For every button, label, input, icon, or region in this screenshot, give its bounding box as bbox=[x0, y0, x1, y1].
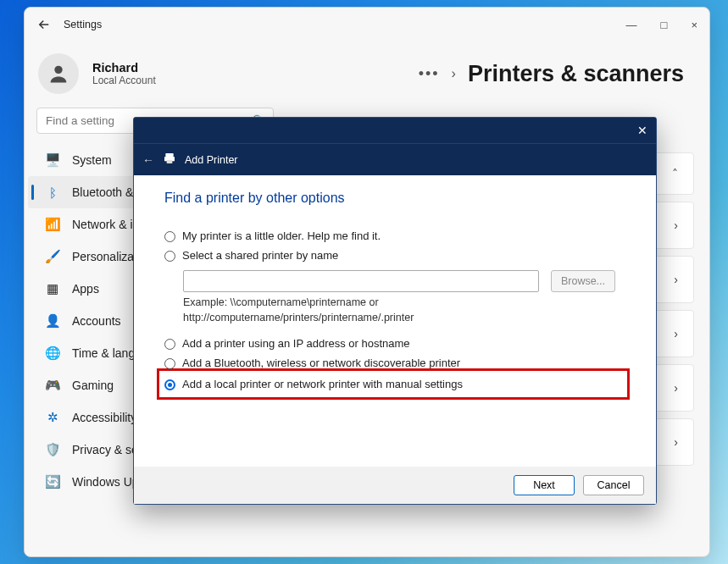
sidebar-icon: 🎮 bbox=[45, 378, 60, 393]
breadcrumb-more-icon[interactable]: ••• bbox=[419, 65, 440, 83]
dialog-header: ← Add Printer bbox=[134, 143, 656, 175]
chevron-right-icon: › bbox=[674, 273, 678, 286]
dialog-title: Add Printer bbox=[185, 154, 238, 166]
sidebar-item-label: System bbox=[72, 153, 112, 167]
sidebar-icon: 📶 bbox=[45, 217, 60, 232]
app-name: Settings bbox=[64, 19, 102, 30]
chevron-up-icon: ˄ bbox=[672, 167, 678, 180]
printer-option-1[interactable]: Select a shared printer by name bbox=[164, 246, 625, 265]
cancel-button[interactable]: Cancel bbox=[583, 475, 644, 495]
window-controls: — □ × bbox=[626, 19, 697, 31]
sidebar-icon: ✲ bbox=[45, 410, 60, 425]
radio-icon[interactable] bbox=[164, 379, 175, 390]
printer-icon bbox=[163, 152, 176, 168]
sidebar-item-label: Apps bbox=[72, 282, 99, 296]
add-printer-dialog: ✕ ← Add Printer Find a printer by other … bbox=[133, 117, 657, 505]
user-subtitle: Local Account bbox=[92, 75, 156, 86]
shared-printer-input[interactable] bbox=[183, 270, 539, 292]
sidebar-icon: ᛒ bbox=[45, 185, 60, 200]
chevron-right-icon: › bbox=[674, 218, 678, 232]
sidebar-item-label: Accounts bbox=[72, 314, 121, 328]
svg-rect-1 bbox=[165, 153, 173, 157]
chevron-right-icon: › bbox=[674, 435, 678, 449]
sidebar-item-label: Network & i bbox=[72, 218, 133, 231]
printer-option-4[interactable]: Add a local printer or network printer w… bbox=[161, 373, 625, 395]
chevron-right-icon: › bbox=[674, 381, 678, 395]
close-icon[interactable]: ✕ bbox=[637, 124, 647, 137]
option-label: My printer is a little older. Help me fi… bbox=[182, 229, 381, 242]
sidebar-item-label: Privacy & se bbox=[72, 443, 138, 456]
user-block: Richard Local Account bbox=[92, 61, 156, 86]
sidebar-icon: 🌐 bbox=[45, 346, 60, 361]
sidebar-icon: 🖥️ bbox=[45, 152, 60, 168]
example-text: Example: \\computername\printername or h… bbox=[183, 296, 547, 325]
maximize-button[interactable]: □ bbox=[661, 19, 668, 31]
dialog-heading: Find a printer by other options bbox=[164, 191, 625, 206]
sidebar-icon: 🔄 bbox=[45, 474, 60, 489]
sidebar-item-label: Gaming bbox=[72, 379, 114, 392]
back-icon[interactable] bbox=[36, 17, 52, 32]
sidebar-icon: ▦ bbox=[45, 281, 60, 296]
close-window-button[interactable]: × bbox=[691, 19, 697, 31]
dialog-back-icon[interactable]: ← bbox=[142, 153, 154, 167]
printer-option-0[interactable]: My printer is a little older. Help me fi… bbox=[164, 226, 625, 246]
sidebar-icon: 🛡️ bbox=[45, 442, 60, 457]
header: Richard Local Account ••• › Printers & s… bbox=[25, 41, 709, 102]
dialog-footer: Next Cancel bbox=[134, 467, 656, 504]
breadcrumb: ••• › Printers & scanners bbox=[419, 61, 684, 87]
page-title: Printers & scanners bbox=[468, 61, 684, 87]
svg-point-0 bbox=[54, 66, 62, 74]
option-label: Add a Bluetooth, wireless or network dis… bbox=[182, 357, 460, 369]
sidebar-item-label: Time & langu bbox=[72, 346, 142, 360]
user-icon bbox=[47, 62, 70, 86]
svg-rect-3 bbox=[167, 160, 173, 163]
radio-icon[interactable] bbox=[164, 358, 175, 369]
titlebar: Settings — □ × bbox=[25, 8, 709, 41]
radio-icon[interactable] bbox=[164, 231, 175, 242]
printer-option-2[interactable]: Add a printer using an IP address or hos… bbox=[164, 334, 625, 353]
printer-option-3[interactable]: Add a Bluetooth, wireless or network dis… bbox=[164, 353, 625, 373]
option-label: Select a shared printer by name bbox=[182, 249, 338, 262]
minimize-button[interactable]: — bbox=[626, 19, 637, 31]
dialog-titlebar: ✕ bbox=[134, 118, 656, 143]
option-label: Add a local printer or network printer w… bbox=[182, 378, 463, 390]
sidebar-item-label: Accessibility bbox=[72, 411, 136, 424]
dialog-body: Find a printer by other options My print… bbox=[134, 175, 656, 467]
sidebar-item-label: Bluetooth & bbox=[72, 185, 133, 199]
user-name: Richard bbox=[92, 61, 156, 75]
browse-button: Browse... bbox=[551, 270, 615, 292]
radio-icon[interactable] bbox=[164, 339, 175, 350]
chevron-right-icon: › bbox=[674, 327, 678, 340]
sidebar-icon: 👤 bbox=[45, 313, 60, 329]
sidebar-icon: 🖌️ bbox=[45, 249, 60, 264]
option-label: Add a printer using an IP address or hos… bbox=[182, 337, 410, 350]
chevron-right-icon: › bbox=[452, 66, 456, 81]
avatar[interactable] bbox=[38, 53, 79, 94]
radio-icon[interactable] bbox=[164, 251, 175, 262]
next-button[interactable]: Next bbox=[514, 475, 575, 495]
